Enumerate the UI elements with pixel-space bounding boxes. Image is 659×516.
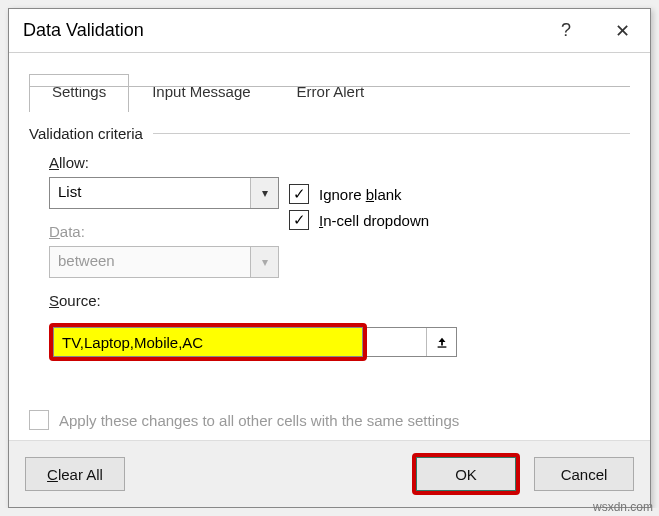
data-select: between ▾ — [49, 246, 279, 278]
source-highlight — [49, 323, 367, 361]
ignore-blank-label: Ignore blank — [319, 186, 402, 203]
checkmark-icon: ✓ — [289, 210, 309, 230]
tab-input-message[interactable]: Input Message — [129, 74, 273, 112]
data-label: Data: — [49, 223, 289, 240]
help-icon: ? — [561, 20, 571, 41]
ok-button[interactable]: OK — [416, 457, 516, 491]
apply-changes-label: Apply these changes to all other cells w… — [59, 412, 459, 429]
group-validation-criteria: Validation criteria — [29, 125, 630, 142]
titlebar: Data Validation ? ✕ — [9, 9, 650, 53]
tab-underline — [29, 86, 630, 87]
close-icon: ✕ — [615, 20, 630, 42]
allow-value: List — [50, 178, 250, 208]
cancel-button[interactable]: Cancel — [534, 457, 634, 491]
range-picker-icon — [435, 335, 449, 349]
ok-highlight: OK — [412, 453, 520, 495]
data-value: between — [50, 247, 250, 277]
checkbox-empty-icon — [29, 410, 49, 430]
tab-settings[interactable]: Settings — [29, 74, 129, 112]
close-button[interactable]: ✕ — [594, 9, 650, 53]
svg-rect-0 — [437, 346, 446, 347]
incell-dropdown-checkbox[interactable]: ✓ In-cell dropdown — [289, 210, 630, 230]
incell-dropdown-label: In-cell dropdown — [319, 212, 429, 229]
chevron-down-icon: ▾ — [250, 178, 278, 208]
data-validation-dialog: Data Validation ? ✕ Settings Input Messa… — [8, 8, 651, 508]
group-label: Validation criteria — [29, 125, 143, 142]
source-extension — [367, 327, 457, 357]
settings-panel: Validation criteria Allow: List ▾ Data: … — [9, 111, 650, 440]
help-button[interactable]: ? — [538, 9, 594, 53]
watermark: wsxdn.com — [593, 500, 653, 508]
range-picker-button[interactable] — [426, 328, 456, 356]
tab-error-alert[interactable]: Error Alert — [274, 74, 388, 112]
chevron-down-icon: ▾ — [250, 247, 278, 277]
group-divider — [153, 133, 630, 134]
allow-label: Allow: — [49, 154, 289, 171]
source-input[interactable] — [53, 327, 363, 357]
allow-select[interactable]: List ▾ — [49, 177, 279, 209]
checkmark-icon: ✓ — [289, 184, 309, 204]
clear-all-button[interactable]: Clear All — [25, 457, 125, 491]
dialog-title: Data Validation — [23, 20, 538, 41]
source-label: Source: — [49, 292, 289, 309]
ignore-blank-checkbox[interactable]: ✓ Ignore blank — [289, 184, 630, 204]
apply-changes-checkbox: Apply these changes to all other cells w… — [29, 410, 459, 430]
dialog-footer: Clear All OK Cancel — [9, 440, 650, 507]
tabstrip: Settings Input Message Error Alert — [29, 73, 650, 111]
